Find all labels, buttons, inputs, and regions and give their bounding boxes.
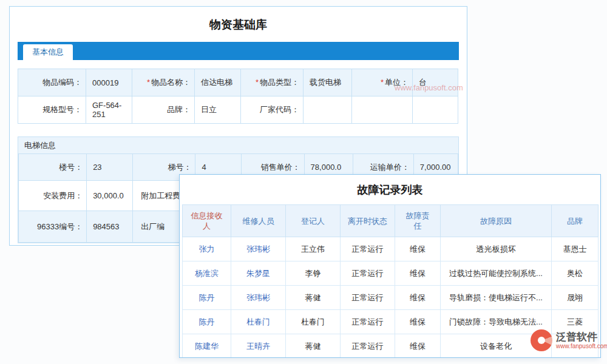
- field-label-item-code: 物品编码：: [18, 69, 86, 96]
- cell-registrar: 杜春门: [286, 310, 341, 334]
- cell-brand: 奥松: [552, 261, 599, 286]
- watermark-bottom: 泛普软件 www.fanpusoft.com: [531, 329, 607, 351]
- col-header-registrar: 登记人: [286, 205, 341, 237]
- field-label-brand: 品牌：: [132, 96, 195, 124]
- field-label-floor-no: 楼号：: [19, 154, 87, 181]
- field-label-item-type: *物品类型：: [241, 69, 304, 96]
- field-label-item-name: *物品名称：: [132, 69, 195, 96]
- cell-duty: 维保: [395, 237, 441, 261]
- col-header-repairer: 维修人员: [231, 205, 286, 237]
- col-header-brand: 品牌: [552, 205, 599, 237]
- tab-bar: 基本信息: [18, 42, 459, 60]
- col-header-reason: 故障原因: [441, 205, 552, 237]
- cell-repairer[interactable]: 朱梦星: [231, 261, 286, 286]
- field-value-install-fee: 30,000.0: [87, 181, 133, 211]
- fanpusoft-logo-icon: [531, 329, 552, 351]
- field-value-floor-no: 23: [87, 154, 133, 181]
- cell-status: 正常运行: [341, 334, 395, 359]
- field-value-empty: [413, 96, 458, 124]
- cell-repairer[interactable]: 张玮彬: [231, 237, 286, 261]
- cell-receiver[interactable]: 陈建华: [183, 334, 231, 359]
- fault-row: 陈丹 张玮彬 蒋健 正常运行 维保 导轨磨损：使电梯运行不... 晟翊: [183, 286, 599, 310]
- cell-repairer[interactable]: 张玮彬: [231, 286, 286, 310]
- cell-brand: 晟翊: [552, 286, 599, 310]
- field-label-spec-model: 规格型号：: [18, 96, 86, 124]
- lift-label-text: 梯号：: [168, 163, 191, 172]
- cell-status: 正常运行: [341, 261, 395, 286]
- no96333-label-text: 96333编号：: [37, 222, 83, 231]
- floor-label-text: 楼号：: [59, 163, 83, 172]
- field-label-96333-no: 96333编号：: [19, 211, 87, 243]
- cell-status: 正常运行: [341, 310, 395, 334]
- brand-label-text: 品牌：: [167, 105, 191, 114]
- elevator-section-title: 电梯信息: [18, 137, 458, 154]
- cell-reason: 导轨磨损：使电梯运行不...: [441, 286, 552, 310]
- fault-header-row: 信息接收人 维修人员 登记人 离开时状态 故障责任 故障原因 品牌: [183, 205, 599, 237]
- field-label-install-fee: 安装费用：: [19, 181, 87, 211]
- spec-label-text: 规格型号：: [42, 105, 82, 114]
- watermark-url: www.fanpusoft.com: [556, 343, 607, 349]
- cell-receiver[interactable]: 陈丹: [183, 310, 231, 334]
- sale-price-label-text: 销售单价：: [261, 163, 300, 172]
- screen: 物资基础库 基本信息 物品编码： 000019 *物品名称： 信达电梯 *物品类…: [0, 0, 607, 364]
- field-value-item-name: 信达电梯: [195, 69, 241, 96]
- cell-reason: 过载过热可能使控制系统...: [441, 261, 552, 286]
- fault-row: 杨淮滨 朱梦星 李铮 正常运行 维保 过载过热可能使控制系统... 奥松: [183, 261, 599, 286]
- tab-basic-info[interactable]: 基本信息: [23, 44, 73, 60]
- cell-registrar: 王立伟: [286, 237, 341, 261]
- cell-receiver[interactable]: 杨淮滨: [183, 261, 231, 286]
- fault-panel-title: 故障记录列表: [180, 175, 600, 197]
- basic-row-2: 规格型号： GF-564-251 品牌： 日立 厂家代码：: [18, 96, 458, 124]
- cell-repairer[interactable]: 王晴卉: [231, 334, 286, 359]
- transport-price-label-text: 运输单价：: [370, 163, 410, 172]
- cell-reason: 透光板损坏: [441, 237, 552, 261]
- field-value-spec-model: GF-564-251: [86, 96, 132, 124]
- material-panel-title: 物资基础库: [10, 7, 467, 33]
- basic-row-1: 物品编码： 000019 *物品名称： 信达电梯 *物品类型： 载货电梯 *单位…: [18, 69, 458, 96]
- cell-receiver[interactable]: 张力: [183, 237, 231, 261]
- factory-serial-label-text: 出厂编: [141, 222, 164, 231]
- required-asterisk: *: [381, 78, 384, 87]
- fault-row: 张力 张玮彬 王立伟 正常运行 维保 透光板损坏 基恩士: [183, 237, 599, 261]
- cell-status: 正常运行: [341, 237, 395, 261]
- install-fee-label-text: 安装费用：: [43, 191, 83, 200]
- col-header-receiver: 信息接收人: [183, 205, 231, 237]
- field-value-brand: 日立: [195, 96, 241, 124]
- field-value-item-code: 000019: [86, 69, 132, 96]
- item-name-label-text: 物品名称：: [151, 78, 191, 87]
- cell-registrar: 李铮: [286, 261, 341, 286]
- factory-code-label-text: 厂家代码：: [260, 105, 299, 114]
- field-value-item-type: 载货电梯: [304, 69, 352, 96]
- field-label-factory-code: 厂家代码：: [241, 96, 304, 124]
- required-asterisk: *: [256, 78, 259, 87]
- col-header-duty: 故障责任: [395, 205, 441, 237]
- watermark-text-block: 泛普软件 www.fanpusoft.com: [556, 331, 607, 349]
- basic-info-table: 物品编码： 000019 *物品名称： 信达电梯 *物品类型： 载货电梯 *单位…: [18, 69, 458, 124]
- field-value-factory-code: [304, 96, 352, 124]
- item-type-label-text: 物品类型：: [260, 78, 299, 87]
- cell-duty: 维保: [395, 310, 441, 334]
- item-code-label-text: 物品编码：: [42, 78, 82, 87]
- cell-repairer[interactable]: 杜春门: [231, 310, 286, 334]
- watermark-brand: 泛普软件: [556, 331, 607, 343]
- cell-brand: 基恩士: [552, 237, 599, 261]
- field-value-96333-no: 984563: [87, 211, 133, 243]
- field-label-empty: [352, 96, 413, 124]
- cell-receiver[interactable]: 陈丹: [183, 286, 231, 310]
- col-header-status: 离开时状态: [341, 205, 395, 237]
- required-asterisk: *: [147, 78, 150, 87]
- cell-duty: 维保: [395, 286, 441, 310]
- cell-duty: 维保: [395, 261, 441, 286]
- watermark-top-url: www.fanpusoft.com: [395, 83, 463, 92]
- extra-fee-label-text: 附加工程费: [141, 191, 180, 200]
- cell-status: 正常运行: [341, 286, 395, 310]
- cell-registrar: 蒋健: [286, 334, 341, 359]
- cell-registrar: 蒋健: [286, 286, 341, 310]
- cell-duty: 维保: [395, 334, 441, 359]
